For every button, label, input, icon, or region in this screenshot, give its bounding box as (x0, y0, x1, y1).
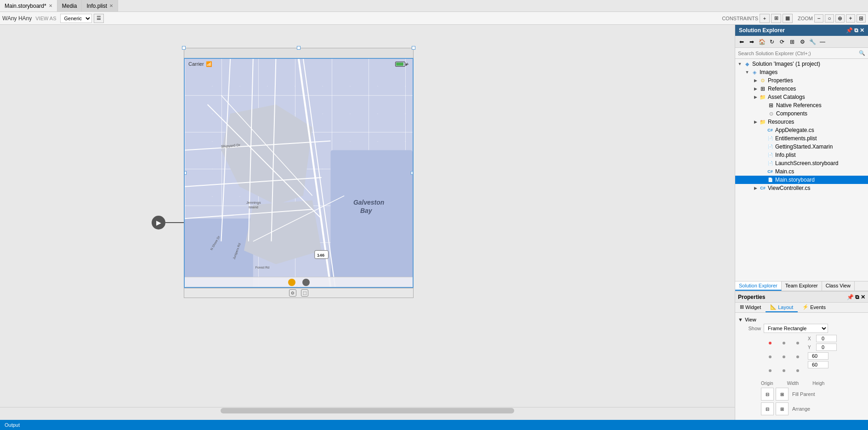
constraints-btn-3[interactable]: ▦ (783, 14, 793, 23)
show-select[interactable]: Frame Rectangle Bounds Rectangle (764, 324, 828, 333)
zoom-in-btn[interactable]: + (846, 14, 855, 23)
se-bottom-tabs: Solution Explorer Team Explorer Class Vi… (735, 281, 868, 291)
solution-expander[interactable]: ▼ (736, 60, 743, 68)
tree-item-references[interactable]: ▶ ⊞ References (735, 85, 868, 93)
tree-item-project[interactable]: ▼ ◈ Images (735, 68, 868, 76)
width-label: Width (787, 381, 799, 386)
tab-main-storyboard[interactable]: Main.storyboard* ✕ (0, 0, 57, 11)
props-tab-widget[interactable]: ⊞ Widget (735, 303, 766, 312)
resize-handle-ml[interactable] (184, 171, 187, 175)
se-tab-solution-explorer[interactable]: Solution Explorer (735, 281, 782, 291)
arrange-btn-1[interactable]: ⊟ (761, 402, 774, 415)
fill-parent-h-btn[interactable]: ⊟ (761, 388, 774, 401)
constraints-btn-2[interactable]: ⊞ (771, 14, 781, 23)
tab-media[interactable]: Media (57, 0, 82, 11)
anchor-tr[interactable] (791, 337, 804, 350)
zoom-out-btn[interactable]: − (814, 14, 823, 23)
properties-expander[interactable]: ▶ (752, 77, 759, 84)
tree-item-resources[interactable]: ▶ 📁 Resources (735, 118, 868, 126)
tree-item-launchscreen[interactable]: 📄 LaunchScreen.storyboard (735, 159, 868, 167)
components-expander[interactable] (760, 110, 767, 117)
se-tools-btn[interactable]: 🔧 (808, 37, 817, 46)
main-cs-icon: C# (766, 168, 774, 175)
h-scroll-thumb[interactable] (221, 408, 515, 413)
horizontal-scrollbar[interactable] (0, 407, 735, 413)
props-pin-btn[interactable]: 📌 (847, 294, 854, 300)
se-settings-btn[interactable]: ⚙ (798, 37, 807, 46)
battery-tip (406, 63, 407, 66)
anchor-mc[interactable] (777, 350, 790, 363)
resize-handle-mr[interactable] (411, 171, 414, 175)
se-float-btn[interactable]: ⧉ (854, 27, 858, 34)
se-search-input[interactable] (738, 51, 859, 56)
props-close-btn[interactable]: ✕ (861, 294, 865, 300)
tree-item-info-plist[interactable]: 📄 Info.plist (735, 151, 868, 159)
tab-info-plist[interactable]: Info.plist ✕ (82, 0, 118, 11)
native-references-label: Native References (776, 102, 822, 109)
anchor-tc[interactable] (777, 337, 790, 350)
tree-item-native-references[interactable]: ⊞ Native References (735, 101, 868, 109)
anchor-mr[interactable] (791, 350, 804, 363)
zoom-100-btn[interactable]: ○ (825, 14, 834, 23)
references-expander[interactable]: ▶ (752, 85, 759, 92)
collapse-icon[interactable]: ▼ (738, 317, 743, 322)
resize-handle-tr[interactable] (412, 46, 415, 50)
se-filter-btn[interactable]: ⊞ (788, 37, 797, 46)
solution-explorer-header: Solution Explorer 📌 ⧉ ✕ (735, 25, 868, 36)
fill-parent-v-btn[interactable]: ⊞ (776, 388, 789, 401)
asset-catalogs-expander[interactable]: ▶ (752, 93, 759, 101)
tree-item-solution[interactable]: ▼ ◆ Solution 'Images' (1 project) (735, 60, 868, 68)
tree-item-properties[interactable]: ▶ ⚙ Properties (735, 76, 868, 85)
arrange-btn-2[interactable]: ⊞ (776, 402, 789, 415)
tree-item-main-storyboard[interactable]: 📄 Main.storyboard (735, 176, 868, 184)
view-as-select[interactable]: Generic (60, 14, 92, 23)
se-refresh-btn[interactable]: ⟳ (777, 37, 787, 46)
anchor-bl[interactable] (764, 364, 777, 377)
resize-handle-tc[interactable] (297, 46, 301, 50)
resize-handle-tl[interactable] (182, 46, 186, 50)
se-sync-btn[interactable]: ↻ (767, 37, 777, 46)
se-close-btn[interactable]: ✕ (860, 27, 864, 34)
se-pin-btn[interactable]: 📌 (846, 27, 853, 34)
tree-item-viewcontroller[interactable]: ▶ C# ViewController.cs (735, 184, 868, 192)
props-tab-layout[interactable]: 📐 Layout (766, 303, 798, 312)
zoom-fit-btn[interactable]: ⊕ (835, 14, 845, 23)
se-forward-btn[interactable]: ➡ (747, 37, 756, 46)
components-icon: ⊙ (767, 110, 775, 117)
tree-item-asset-catalogs[interactable]: ▶ 📁 Asset Catalogs (735, 93, 868, 101)
view-toggle-btn[interactable]: ☰ (94, 14, 104, 23)
se-back-btn[interactable]: ⬅ (737, 37, 746, 46)
tree-item-appdelegate[interactable]: C# AppDelegate.cs (735, 126, 868, 134)
tab-main-storyboard-close[interactable]: ✕ (49, 3, 52, 8)
native-ref-expander[interactable] (760, 102, 767, 109)
events-icon: ⚡ (802, 304, 809, 310)
anchor-tl[interactable] (764, 337, 777, 350)
tree-item-entitlements[interactable]: 📄 Entitlements.plist (735, 134, 868, 143)
se-more-btn[interactable]: — (818, 37, 827, 46)
y-input[interactable] (816, 344, 837, 351)
se-tab-team-explorer[interactable]: Team Explorer (782, 281, 822, 291)
tree-item-components[interactable]: ⊙ Components (735, 109, 868, 118)
anchor-bc[interactable] (777, 364, 790, 377)
canvas-area[interactable]: ▶ Carrier 📶 (0, 25, 735, 420)
vc-screen[interactable]: Carrier 📶 + (184, 58, 414, 288)
tree-item-getting-started[interactable]: 📄 GettingStarted.Xamarin (735, 143, 868, 151)
viewcontroller-expander[interactable]: ▶ (752, 184, 759, 192)
props-tab-events[interactable]: ⚡ Events (798, 303, 830, 312)
resources-expander[interactable]: ▶ (752, 118, 759, 126)
zoom-more-btn[interactable]: ⊞ (857, 14, 866, 23)
constraints-btn-1[interactable]: + (760, 14, 770, 23)
anchor-br[interactable] (791, 364, 804, 377)
props-float-btn[interactable]: ⧉ (855, 294, 859, 300)
height-input[interactable] (808, 361, 828, 368)
x-input[interactable] (816, 335, 837, 342)
anchor-ml[interactable] (764, 350, 777, 363)
width-input[interactable] (808, 352, 828, 360)
se-tab-class-view[interactable]: Class View (822, 281, 855, 291)
project-expander[interactable]: ▼ (743, 69, 751, 76)
se-home-btn[interactable]: 🏠 (757, 37, 766, 46)
tab-info-plist-close[interactable]: ✕ (109, 3, 113, 8)
vc-footer: ⊙ ⬚ (184, 288, 414, 298)
tree-item-main-cs[interactable]: C# Main.cs (735, 167, 868, 176)
tab-main-storyboard-label: Main.storyboard* (5, 3, 46, 9)
